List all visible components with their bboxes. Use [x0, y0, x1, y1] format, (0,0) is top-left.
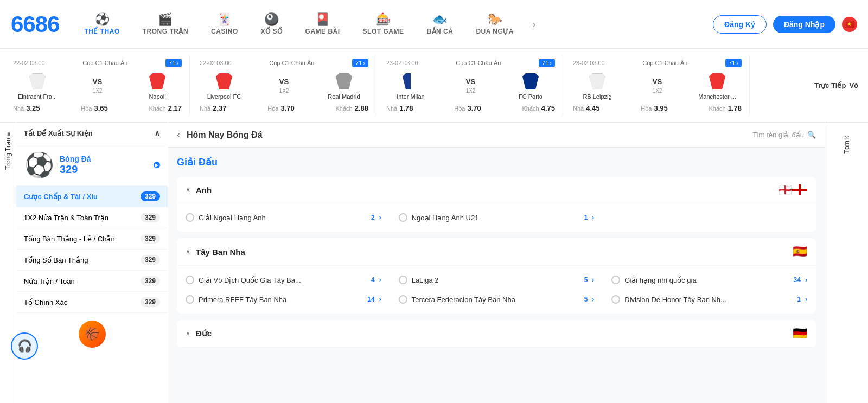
league-radio[interactable] — [186, 276, 194, 284]
sidebar-menu-nua-tran[interactable]: Nửa Trận / Toàn 329 — [16, 271, 168, 292]
home-odds[interactable]: 1.78 — [399, 104, 413, 112]
match-badge[interactable]: 71 › — [352, 59, 368, 67]
home-odds[interactable]: 2.37 — [213, 104, 226, 112]
league-radio[interactable] — [186, 295, 194, 304]
back-button[interactable]: ‹ — [177, 129, 180, 140]
list-item[interactable]: Giải Vô Địch Quốc Gia Tây Ba... 4 › — [177, 270, 390, 290]
sport-item-soccer[interactable]: ⚽ Bóng Đá 329 ▶ — [16, 144, 168, 186]
bottom-promo: 🏀 — [16, 313, 168, 355]
register-button[interactable]: Đăng Ký — [713, 15, 767, 34]
draw-odds[interactable]: 3.65 — [94, 104, 107, 112]
menu-count: 329 — [141, 191, 160, 201]
draw-odds[interactable]: 3.70 — [280, 104, 294, 112]
league-section-header-tbn[interactable]: ∧ Tây Ban Nha 🇪🇸 — [177, 238, 816, 266]
nav-item-game-bai[interactable]: 🎴 GAME BÀI — [297, 9, 349, 40]
away-odds[interactable]: 1.78 — [728, 104, 742, 112]
match-badge[interactable]: 71 › — [165, 59, 182, 67]
nav-item-ban-ca[interactable]: 🐟 BẮN CÁ — [418, 9, 462, 40]
country-flag-duc: 🇩🇪 — [793, 327, 807, 341]
list-item[interactable]: Giải Ngoại Hạng Anh 2 › — [177, 208, 390, 227]
team2-name: FC Porto — [519, 93, 542, 100]
away-odds[interactable]: 2.17 — [168, 104, 182, 112]
country-flag-anh: 🏴󠁧󠁢󠁥󠁮󠁧󠁿 — [778, 183, 792, 196]
nav-item-casino[interactable]: 🃏 CASINO — [202, 9, 247, 40]
sidebar-menu-tong-so[interactable]: Tổng Số Bàn Thắng 329 — [16, 250, 168, 271]
content-nav: ‹ Hôm Nay Bóng Đá Tìm tên giải đấu 🔍 — [168, 123, 825, 148]
logo[interactable]: 6686 — [11, 11, 59, 37]
home-label: Nhà — [200, 105, 210, 112]
list-item[interactable]: Giải hạng nhì quốc gia 34 › — [603, 270, 816, 290]
live-tab[interactable]: Trực Tiếp Vô — [814, 81, 858, 89]
nav-item-trong-tran[interactable]: 🎬 TRONG TRẬN — [134, 9, 197, 40]
league-section-header-anh[interactable]: ∧ Anh 🏴󠁧󠁢󠁥󠁮󠁧󠁿 — [177, 177, 816, 203]
draw-label: Hòa — [267, 105, 278, 112]
nav-more-icon[interactable]: › — [528, 14, 540, 35]
live-tab-label: Trực Tiếp — [814, 81, 846, 89]
list-item[interactable]: Primera RFEF Tây Ban Nha 14 › — [177, 290, 390, 309]
match-cards-container: 22-02 03:00 Cúp C1 Châu Âu 71 › Eintrach… — [5, 53, 808, 118]
list-item[interactable]: Tercera Federacion Tây Ban Nha 5 › — [390, 290, 603, 309]
menu-label: Tố Chính Xác — [24, 298, 67, 306]
nav-label-ban-ca: BẮN CÁ — [426, 28, 453, 35]
match-league: Cúp C1 Châu Âu — [269, 60, 314, 66]
collapse-icon[interactable]: ∧ — [155, 129, 160, 137]
team2-name: Napoli — [149, 93, 165, 100]
support-button[interactable]: 🎧 — [11, 332, 38, 360]
arrow-icon: › — [379, 214, 381, 221]
team1-name: Eintracht Fra... — [18, 93, 57, 100]
sidebar-header: Tất Để Xuất Sự Kiện ∧ — [16, 123, 168, 144]
away-label: Khách — [522, 105, 539, 112]
right-sidebar-label[interactable]: Tạm k — [841, 131, 853, 158]
league-name: Ngoại Hạng Anh U21 — [412, 214, 580, 222]
home-label: Nhà — [386, 105, 397, 112]
list-item[interactable]: Division De Honor Tây Ban Nh... 1 › — [603, 290, 816, 309]
list-item[interactable]: LaLiga 2 5 › — [390, 270, 603, 290]
sidebar-menu-to-chinh-xac[interactable]: Tố Chính Xác 329 — [16, 292, 168, 313]
draw-label: Hòa — [641, 105, 652, 112]
match-card: 22-02 03:00 Cúp C1 Châu Âu 71 › Eintrach… — [5, 53, 190, 118]
league-radio[interactable] — [611, 295, 620, 304]
country-name: Đức — [196, 329, 793, 338]
nav-item-slot-game[interactable]: 🎰 SLOT GAME — [354, 9, 413, 40]
draw-label: Hòa — [81, 105, 92, 112]
arrow-icon: › — [805, 296, 807, 303]
nav-item-the-thao[interactable]: ⚽ THỂ THAO — [75, 9, 128, 40]
team1-name: Inter Milan — [397, 93, 424, 100]
league-radio[interactable] — [399, 295, 407, 304]
sidebar-menu-cuoc-chap[interactable]: Cược Chấp & Tài / Xiu 329 — [16, 186, 168, 207]
league-radio[interactable] — [399, 213, 407, 222]
match-badge[interactable]: 71 › — [539, 59, 555, 67]
right-sidebar: Tạm k — [825, 123, 868, 403]
sidebar-menu-1x2[interactable]: 1X2 Nửa Trận & Toàn Trận 329 — [16, 207, 168, 228]
league-section-header-duc[interactable]: ∧ Đức 🇩🇪 — [177, 320, 816, 348]
team2-name: Manchester ... — [698, 93, 736, 100]
league-count: 34 — [794, 276, 801, 284]
sidebar-menu-tong-ban[interactable]: Tổng Bàn Thắng - Lẻ / Chẵn 329 — [16, 228, 168, 250]
league-rows-tbn: Giải Vô Địch Quốc Gia Tây Ba... 4 › LaLi… — [177, 266, 816, 314]
sport-count: 329 — [60, 163, 154, 176]
language-flag[interactable]: 🇻🇳 — [842, 17, 857, 32]
list-item[interactable]: Ngoại Hạng Anh U21 1 › — [390, 208, 603, 227]
league-radio[interactable] — [611, 276, 620, 284]
away-label: Khách — [709, 105, 725, 112]
draw-odds[interactable]: 3.95 — [654, 104, 667, 112]
nav-item-xo-so[interactable]: 🎱 XỔ SỐ — [252, 9, 291, 40]
draw-odds[interactable]: 3.70 — [467, 104, 481, 112]
play-indicator: ▶ — [154, 162, 160, 168]
away-odds[interactable]: 2.88 — [355, 104, 368, 112]
match-date: 23-02 03:00 — [573, 60, 605, 66]
toggle-icon: ∧ — [186, 186, 190, 194]
home-odds[interactable]: 4.45 — [586, 104, 599, 112]
search-label: Tìm tên giải đấu — [752, 131, 804, 139]
league-radio[interactable] — [399, 276, 407, 284]
away-odds[interactable]: 4.75 — [541, 104, 555, 112]
login-button[interactable]: Đăng Nhập — [773, 16, 835, 33]
content-title: Hôm Nay Bóng Đá — [187, 130, 746, 140]
in-play-label[interactable]: Trong Trận ≡ — [2, 128, 14, 174]
home-odds[interactable]: 3.25 — [26, 104, 40, 112]
search-box[interactable]: Tìm tên giải đấu 🔍 — [752, 131, 816, 139]
league-radio[interactable] — [186, 213, 194, 222]
nav-item-dua-ngua[interactable]: 🐎 ĐUA NGỰA — [467, 9, 522, 40]
match-card: 22-02 03:00 Cúp C1 Châu Âu 71 › Liverpoo… — [192, 53, 376, 118]
match-badge[interactable]: 71 › — [725, 59, 742, 67]
